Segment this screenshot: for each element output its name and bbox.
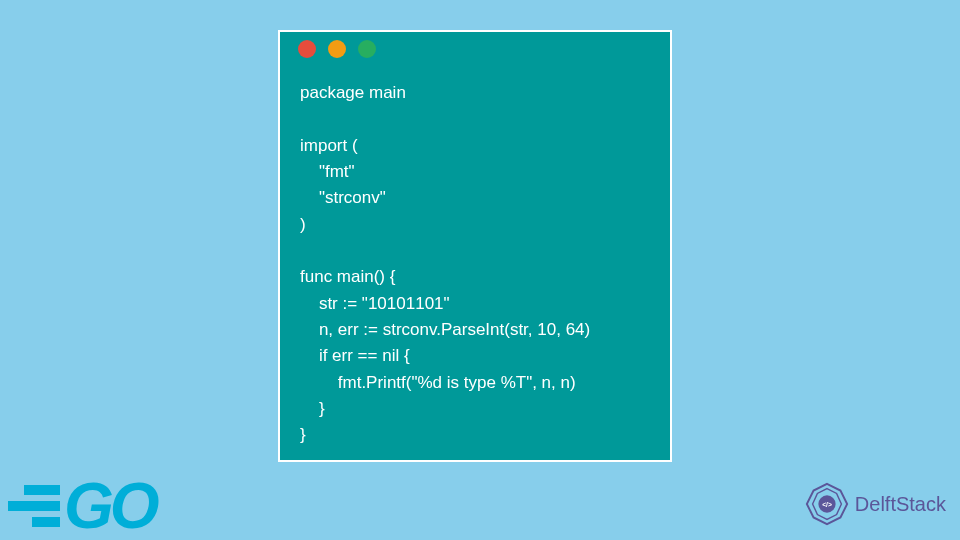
delftstack-text: DelftStack — [855, 493, 946, 516]
code-line: if err == nil { — [300, 346, 410, 365]
maximize-icon — [358, 40, 376, 58]
code-line: func main() { — [300, 267, 395, 286]
code-line: str := "10101101" — [300, 294, 450, 313]
delftstack-logo: </> DelftStack — [803, 480, 946, 528]
code-window: package main import ( "fmt" "strconv" ) … — [278, 30, 672, 462]
code-line: fmt.Printf("%d is type %T", n, n) — [300, 373, 576, 392]
code-line: import ( — [300, 136, 358, 155]
code-line: "fmt" — [300, 162, 355, 181]
code-block: package main import ( "fmt" "strconv" ) … — [280, 66, 670, 463]
code-line: n, err := strconv.ParseInt(str, 10, 64) — [300, 320, 590, 339]
code-line: } — [300, 425, 306, 444]
window-titlebar — [280, 32, 670, 66]
go-speed-lines-icon — [8, 485, 60, 527]
minimize-icon — [328, 40, 346, 58]
go-logo-text: GO — [64, 481, 156, 532]
close-icon — [298, 40, 316, 58]
code-line: package main — [300, 83, 406, 102]
code-line: } — [300, 399, 325, 418]
svg-text:</>: </> — [822, 501, 832, 508]
code-line: ) — [300, 215, 306, 234]
code-line: "strconv" — [300, 188, 386, 207]
go-logo: GO — [8, 481, 156, 532]
delftstack-icon: </> — [803, 480, 851, 528]
